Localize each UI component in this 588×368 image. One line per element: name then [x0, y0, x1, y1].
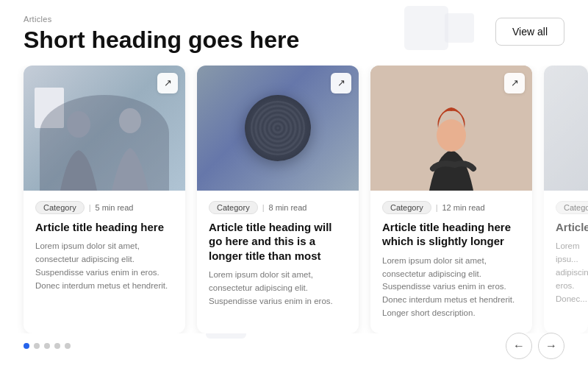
- header-section: Articles Short heading goes here View al…: [0, 0, 588, 66]
- pagination-dots: [24, 343, 71, 349]
- card-2-external-link[interactable]: ↗: [331, 73, 351, 93]
- card-4-title: Article: [556, 220, 576, 235]
- card-1-read-time: 5 min read: [96, 203, 134, 212]
- card-3-external-link[interactable]: ↗: [504, 73, 525, 93]
- card-1-desc: Lorem ipsum dolor sit amet, consectetur …: [35, 240, 173, 292]
- card-4-body: Category Article Lorem ipsu... adipiscin…: [544, 191, 588, 319]
- view-all-button[interactable]: View all: [495, 18, 564, 46]
- dot-1[interactable]: [24, 343, 29, 349]
- article-card-3: ↗ Category | 12 min read Article title h…: [370, 66, 532, 333]
- dot-5[interactable]: [65, 343, 71, 349]
- card-1-divider: |: [89, 203, 91, 212]
- card-3-body: Category | 12 min read Article title hea…: [370, 191, 532, 333]
- page-wrapper: Articles Short heading goes here View al…: [0, 0, 588, 368]
- card-4-image: [544, 66, 588, 191]
- dot-2[interactable]: [34, 343, 40, 349]
- card-2-read-time: 8 min read: [269, 203, 307, 212]
- card-1-external-link[interactable]: ↗: [157, 73, 178, 93]
- card-3-read-time: 12 min read: [442, 203, 485, 212]
- header-left: Articles Short heading goes here: [24, 15, 299, 54]
- card-1-body: Category | 5 min read Article title head…: [24, 191, 185, 306]
- dot-3[interactable]: [44, 343, 50, 349]
- card-1-title: Article title heading here: [35, 220, 173, 235]
- cards-container: ↗ Category | 5 min read Article title he…: [0, 66, 588, 333]
- card-2-desc: Lorem ipsum dolor sit amet, consectetur …: [209, 269, 347, 308]
- deco-2: [445, 13, 474, 43]
- article-card-1: ↗ Category | 5 min read Article title he…: [24, 66, 185, 333]
- card-3-meta: Category | 12 min read: [382, 201, 520, 214]
- section-label: Articles: [24, 15, 299, 24]
- card-2-device: [245, 95, 311, 161]
- card-3-title: Article title heading here which is slig…: [382, 220, 520, 249]
- card-3-category: Category: [382, 201, 431, 214]
- svg-rect-2: [35, 88, 64, 128]
- card-1-category: Category: [35, 201, 85, 214]
- deco-1: [404, 6, 448, 50]
- card-2-body: Category | 8 min read Article title head…: [197, 191, 359, 322]
- card-3-divider: |: [436, 203, 438, 212]
- article-card-4: Category Article Lorem ipsu... adipiscin…: [544, 66, 588, 333]
- card-4-desc: Lorem ipsu... adipiscing... eros. Donec.…: [556, 240, 576, 305]
- card-2-category: Category: [209, 201, 258, 214]
- card-2-divider: |: [262, 203, 265, 212]
- bottom-bar: ← →: [0, 324, 588, 368]
- next-button[interactable]: →: [538, 333, 564, 359]
- card-2-meta: Category | 8 min read: [209, 201, 347, 214]
- card-3-desc: Lorem ipsum dolor sit amet, consectetur …: [382, 255, 520, 320]
- card-2-title: Article title heading will go here and t…: [209, 220, 347, 263]
- prev-button[interactable]: ←: [506, 333, 532, 359]
- svg-point-1: [119, 108, 141, 133]
- page-title: Short heading goes here: [24, 26, 299, 54]
- svg-point-0: [67, 111, 90, 138]
- article-card-2: ↗ Category | 8 min read Article title he…: [197, 66, 359, 333]
- card-1-meta: Category | 5 min read: [35, 201, 173, 214]
- dot-4[interactable]: [54, 343, 60, 349]
- nav-buttons: ← →: [506, 333, 564, 359]
- card-4-category: Category: [556, 201, 588, 214]
- svg-point-4: [437, 119, 466, 152]
- card-4-meta: Category: [556, 201, 576, 214]
